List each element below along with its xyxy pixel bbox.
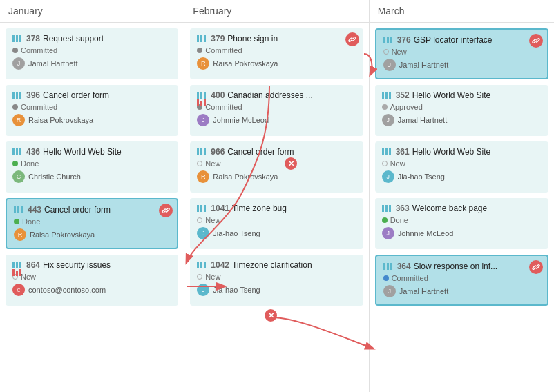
card-status-396: Committed bbox=[12, 103, 171, 111]
card-436[interactable]: 436 Hello World Web Site Done C Christie… bbox=[6, 141, 178, 193]
card-443[interactable]: 443 Cancel order form Done R Raisa Pokro… bbox=[6, 198, 178, 249]
assignee-name-436: Christie Church bbox=[28, 173, 81, 181]
bar-icon-1042 bbox=[197, 262, 207, 268]
card-assignee-400: J Johnnie McLeod bbox=[197, 114, 356, 126]
card-status-379: Committed bbox=[197, 46, 356, 55]
status-label-364: Committed bbox=[392, 274, 428, 282]
status-dot-379 bbox=[197, 48, 202, 53]
card-name-361: Hello World Web Site bbox=[412, 147, 491, 157]
card-id-400: 400 bbox=[211, 90, 225, 100]
status-label-443: Done bbox=[22, 217, 40, 226]
bar-icon-400 bbox=[197, 92, 207, 99]
card-396[interactable]: 396 Cancel order form Committed R Raisa … bbox=[6, 85, 178, 136]
card-352[interactable]: 352 Hello World Web Site Approved J Jama… bbox=[375, 85, 548, 136]
card-400[interactable]: 400 Canadian addresses ... Committed J J… bbox=[190, 85, 363, 136]
card-status-361: New bbox=[382, 159, 542, 168]
card-title-400: 400 Canadian addresses ... bbox=[197, 90, 356, 100]
card-name-443: Cancel order form bbox=[44, 205, 111, 215]
svg-rect-1 bbox=[16, 271, 18, 276]
status-label-1041: New bbox=[205, 216, 220, 224]
column-header-march: March bbox=[370, 0, 554, 23]
assignee-name-363: Johnnie McLeod bbox=[398, 229, 454, 237]
card-361[interactable]: 361 Hello World Web Site New J Jia-hao T… bbox=[375, 141, 548, 193]
card-id-436: 436 bbox=[26, 147, 40, 157]
card-assignee-1042: J Jia-hao Tseng bbox=[197, 284, 356, 296]
status-dot-1041 bbox=[197, 217, 202, 223]
card-name-966: Cancel order form bbox=[227, 147, 294, 157]
card-title-378: 378 Request support bbox=[12, 34, 171, 43]
assignee-name-361: Jia-hao Tseng bbox=[398, 173, 445, 181]
status-label-396: Committed bbox=[21, 103, 57, 111]
card-assignee-443: R Raisa Pokrovskaya bbox=[14, 228, 170, 241]
card-title-379: 379 Phone sign in bbox=[197, 34, 356, 43]
card-assignee-363: J Johnnie McLeod bbox=[382, 227, 542, 239]
assignee-name-1041: Jia-hao Tseng bbox=[213, 229, 260, 237]
card-966[interactable]: 966 Cancel order form New R Raisa Pokrov… bbox=[190, 141, 363, 193]
avatar-396: R bbox=[12, 114, 25, 126]
link-button-379[interactable] bbox=[345, 32, 359, 46]
card-assignee-966: R Raisa Pokrovskaya bbox=[197, 170, 356, 183]
card-title-966: 966 Cancel order form bbox=[197, 147, 356, 157]
card-378[interactable]: 378 Request support Committed J Jamal Ha… bbox=[6, 28, 178, 79]
card-363[interactable]: 363 Welcome back page Done J Johnnie McL… bbox=[375, 198, 548, 249]
status-dot-352 bbox=[382, 104, 388, 110]
card-376[interactable]: 376 GSP locator interface New J Jamal Ha… bbox=[375, 28, 548, 79]
card-id-864: 864 bbox=[26, 260, 40, 270]
assignee-name-376: Jamal Hartnett bbox=[399, 61, 449, 69]
svg-rect-0 bbox=[12, 269, 15, 276]
card-name-400: Canadian addresses ... bbox=[227, 90, 312, 100]
card-title-1041: 1041 Time zone bug bbox=[197, 204, 356, 213]
cross-icon-1[interactable]: ✕ bbox=[285, 157, 297, 170]
status-dot-1042 bbox=[197, 274, 202, 280]
card-status-436: Done bbox=[12, 159, 171, 168]
card-name-379: Phone sign in bbox=[227, 34, 278, 43]
avatar-379: R bbox=[197, 57, 209, 70]
card-title-376: 376 GSP locator interface bbox=[383, 35, 540, 45]
avatar-1041: J bbox=[197, 227, 209, 239]
status-dot-364 bbox=[383, 275, 389, 281]
card-title-364: 364 Slow response on inf... bbox=[383, 262, 540, 271]
bar-icon-363 bbox=[382, 205, 392, 212]
avatar-443: R bbox=[14, 228, 26, 241]
card-title-443: 443 Cancel order form bbox=[14, 205, 170, 215]
avatar-376: J bbox=[383, 59, 396, 71]
avatar-361: J bbox=[382, 170, 394, 183]
bar-icon-864 bbox=[12, 262, 22, 268]
card-status-364: Committed bbox=[383, 274, 540, 282]
card-id-361: 361 bbox=[396, 147, 410, 157]
card-assignee-379: R Raisa Pokrovskaya bbox=[197, 57, 356, 70]
avatar-966: R bbox=[197, 170, 209, 183]
bar-icon-379 bbox=[197, 35, 207, 42]
card-id-364: 364 bbox=[397, 262, 411, 271]
card-379[interactable]: 379 Phone sign in Committed R Raisa Pokr… bbox=[190, 28, 363, 79]
bar-icon-436 bbox=[12, 148, 22, 155]
card-364[interactable]: 364 Slow response on inf... Committed J … bbox=[375, 255, 548, 306]
card-name-1042: Timezone clarification bbox=[232, 260, 312, 270]
card-name-352: Hello World Web Site bbox=[412, 90, 491, 100]
assignee-name-1042: Jia-hao Tseng bbox=[213, 286, 260, 294]
card-name-864: Fix security issues bbox=[43, 260, 111, 270]
card-name-436: Hello World Web Site bbox=[43, 147, 122, 157]
link-button-376[interactable] bbox=[529, 34, 543, 48]
bar-icon-361 bbox=[382, 148, 392, 155]
assignee-name-379: Raisa Pokrovskaya bbox=[213, 59, 278, 68]
card-1041[interactable]: 1041 Time zone bug New J Jia-hao Tseng bbox=[190, 198, 363, 249]
card-assignee-352: J Jamal Hartnett bbox=[382, 114, 542, 126]
card-title-361: 361 Hello World Web Site bbox=[382, 147, 542, 157]
bar-icon-376 bbox=[383, 37, 393, 43]
svg-rect-5 bbox=[204, 99, 206, 106]
card-id-966: 966 bbox=[211, 147, 225, 157]
avatar-864: C bbox=[12, 284, 25, 296]
card-assignee-864: C contoso@contoso.com bbox=[12, 284, 171, 296]
card-1042[interactable]: 1042 Timezone clarification New J Jia-ha… bbox=[190, 255, 363, 306]
bar-icon-1041 bbox=[197, 205, 207, 212]
link-button-443[interactable] bbox=[159, 204, 173, 217]
card-id-378: 378 bbox=[26, 34, 40, 43]
avatar-436: C bbox=[12, 170, 25, 183]
card-id-363: 363 bbox=[396, 204, 410, 213]
status-dot-443 bbox=[14, 219, 19, 224]
card-864[interactable]: 864 Fix security issues New C contoso@co… bbox=[6, 255, 178, 306]
card-assignee-436: C Christie Church bbox=[12, 170, 171, 183]
link-button-364[interactable] bbox=[529, 260, 543, 274]
cross-icon-2[interactable]: ✕ bbox=[265, 309, 277, 322]
